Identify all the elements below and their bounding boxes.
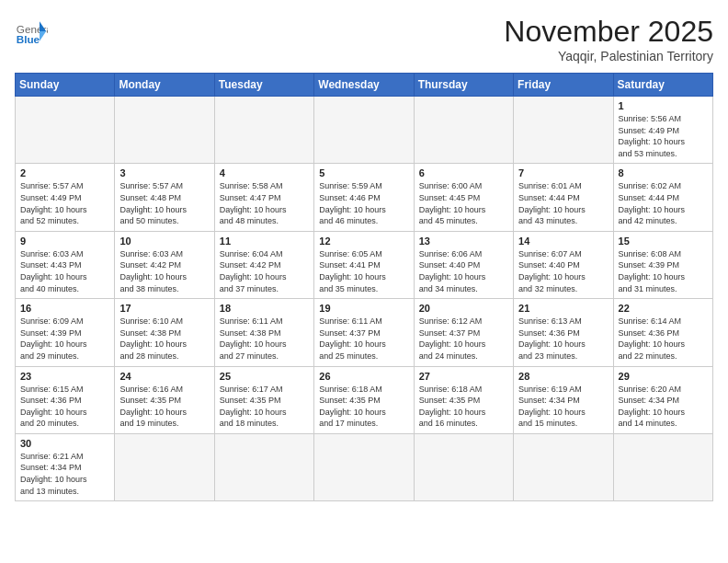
title-area: November 2025 Yaqqir, Palestinian Territ…: [504, 15, 713, 63]
day-number: 20: [419, 303, 508, 314]
calendar-cell: 28Sunrise: 6:19 AM Sunset: 4:34 PM Dayli…: [514, 366, 613, 433]
svg-text:Blue: Blue: [17, 33, 40, 45]
calendar-row: 2Sunrise: 5:57 AM Sunset: 4:49 PM Daylig…: [16, 164, 713, 231]
weekday-header: Friday: [514, 74, 613, 97]
location-subtitle: Yaqqir, Palestinian Territory: [504, 49, 713, 63]
day-number: 23: [20, 371, 109, 382]
calendar-cell: [314, 97, 414, 164]
day-info: Sunrise: 6:11 AM Sunset: 4:38 PM Dayligh…: [220, 316, 309, 362]
day-info: Sunrise: 5:57 AM Sunset: 4:48 PM Dayligh…: [119, 180, 209, 226]
calendar-cell: 27Sunrise: 6:18 AM Sunset: 4:35 PM Dayli…: [414, 366, 513, 433]
calendar-cell: 22Sunrise: 6:14 AM Sunset: 4:36 PM Dayli…: [613, 299, 712, 366]
day-info: Sunrise: 5:58 AM Sunset: 4:47 PM Dayligh…: [220, 180, 309, 226]
calendar-cell: 21Sunrise: 6:13 AM Sunset: 4:36 PM Dayli…: [514, 299, 613, 366]
day-number: 14: [518, 236, 608, 247]
day-info: Sunrise: 6:06 AM Sunset: 4:40 PM Dayligh…: [419, 248, 508, 294]
calendar-cell: [115, 433, 214, 500]
day-info: Sunrise: 6:17 AM Sunset: 4:35 PM Dayligh…: [220, 384, 309, 430]
day-info: Sunrise: 6:18 AM Sunset: 4:35 PM Dayligh…: [419, 384, 508, 430]
calendar-row: 30Sunrise: 6:21 AM Sunset: 4:34 PM Dayli…: [16, 433, 713, 500]
svg-marker-3: [40, 31, 46, 41]
day-number: 18: [220, 303, 309, 314]
calendar-row: 1Sunrise: 5:56 AM Sunset: 4:49 PM Daylig…: [16, 97, 713, 164]
calendar-cell: 13Sunrise: 6:06 AM Sunset: 4:40 PM Dayli…: [414, 231, 513, 298]
day-info: Sunrise: 6:04 AM Sunset: 4:42 PM Dayligh…: [220, 248, 309, 294]
day-number: 26: [319, 371, 408, 382]
calendar-cell: 4Sunrise: 5:58 AM Sunset: 4:47 PM Daylig…: [214, 164, 313, 231]
day-number: 11: [220, 236, 309, 247]
calendar-cell: 20Sunrise: 6:12 AM Sunset: 4:37 PM Dayli…: [414, 299, 513, 366]
calendar-cell: [414, 97, 513, 164]
day-info: Sunrise: 5:59 AM Sunset: 4:46 PM Dayligh…: [319, 180, 408, 226]
day-info: Sunrise: 6:03 AM Sunset: 4:43 PM Dayligh…: [20, 248, 109, 294]
calendar-cell: 2Sunrise: 5:57 AM Sunset: 4:49 PM Daylig…: [16, 164, 115, 231]
day-number: 2: [20, 167, 109, 178]
calendar-cell: 8Sunrise: 6:02 AM Sunset: 4:44 PM Daylig…: [613, 164, 712, 231]
weekday-header: Sunday: [16, 74, 115, 97]
day-info: Sunrise: 5:56 AM Sunset: 4:49 PM Dayligh…: [619, 113, 708, 159]
day-info: Sunrise: 6:11 AM Sunset: 4:37 PM Dayligh…: [319, 316, 408, 362]
calendar-cell: 25Sunrise: 6:17 AM Sunset: 4:35 PM Dayli…: [214, 366, 313, 433]
day-info: Sunrise: 6:03 AM Sunset: 4:42 PM Dayligh…: [119, 248, 209, 294]
calendar-cell: [414, 433, 513, 500]
calendar-cell: [613, 433, 712, 500]
calendar-cell: 3Sunrise: 5:57 AM Sunset: 4:48 PM Daylig…: [115, 164, 214, 231]
day-number: 16: [20, 303, 109, 314]
logo-icon: General Blue: [15, 15, 48, 48]
day-info: Sunrise: 6:21 AM Sunset: 4:34 PM Dayligh…: [20, 451, 109, 497]
weekday-header: Monday: [115, 74, 214, 97]
day-info: Sunrise: 6:19 AM Sunset: 4:34 PM Dayligh…: [518, 384, 608, 430]
month-title: November 2025: [504, 15, 713, 49]
day-info: Sunrise: 6:02 AM Sunset: 4:44 PM Dayligh…: [619, 180, 708, 226]
calendar-cell: [16, 97, 115, 164]
day-number: 17: [119, 303, 209, 314]
calendar-row: 23Sunrise: 6:15 AM Sunset: 4:36 PM Dayli…: [16, 366, 713, 433]
day-number: 1: [619, 100, 708, 111]
day-number: 28: [518, 371, 608, 382]
day-number: 27: [419, 371, 508, 382]
weekday-header: Tuesday: [214, 74, 313, 97]
day-number: 19: [319, 303, 408, 314]
day-number: 15: [619, 236, 708, 247]
day-number: 13: [419, 236, 508, 247]
day-info: Sunrise: 6:08 AM Sunset: 4:39 PM Dayligh…: [619, 248, 708, 294]
calendar-cell: 10Sunrise: 6:03 AM Sunset: 4:42 PM Dayli…: [115, 231, 214, 298]
day-info: Sunrise: 5:57 AM Sunset: 4:49 PM Dayligh…: [20, 180, 109, 226]
calendar-row: 9Sunrise: 6:03 AM Sunset: 4:43 PM Daylig…: [16, 231, 713, 298]
day-info: Sunrise: 6:01 AM Sunset: 4:44 PM Dayligh…: [518, 180, 608, 226]
calendar-cell: 16Sunrise: 6:09 AM Sunset: 4:39 PM Dayli…: [16, 299, 115, 366]
day-info: Sunrise: 6:10 AM Sunset: 4:38 PM Dayligh…: [119, 316, 209, 362]
day-number: 24: [119, 371, 209, 382]
calendar-cell: 11Sunrise: 6:04 AM Sunset: 4:42 PM Dayli…: [214, 231, 313, 298]
calendar-cell: 5Sunrise: 5:59 AM Sunset: 4:46 PM Daylig…: [314, 164, 414, 231]
day-number: 9: [20, 236, 109, 247]
day-info: Sunrise: 6:20 AM Sunset: 4:34 PM Dayligh…: [619, 384, 708, 430]
calendar-cell: 1Sunrise: 5:56 AM Sunset: 4:49 PM Daylig…: [613, 97, 712, 164]
weekday-header: Wednesday: [314, 74, 414, 97]
page-header: General Blue November 2025 Yaqqir, Pales…: [15, 15, 713, 63]
day-info: Sunrise: 6:15 AM Sunset: 4:36 PM Dayligh…: [20, 384, 109, 430]
calendar-cell: 24Sunrise: 6:16 AM Sunset: 4:35 PM Dayli…: [115, 366, 214, 433]
day-number: 22: [619, 303, 708, 314]
day-number: 30: [20, 438, 109, 449]
day-info: Sunrise: 6:07 AM Sunset: 4:40 PM Dayligh…: [518, 248, 608, 294]
calendar-cell: [214, 97, 313, 164]
day-info: Sunrise: 6:09 AM Sunset: 4:39 PM Dayligh…: [20, 316, 109, 362]
day-info: Sunrise: 6:05 AM Sunset: 4:41 PM Dayligh…: [319, 248, 408, 294]
calendar-cell: 29Sunrise: 6:20 AM Sunset: 4:34 PM Dayli…: [613, 366, 712, 433]
day-number: 4: [220, 167, 309, 178]
calendar-cell: 23Sunrise: 6:15 AM Sunset: 4:36 PM Dayli…: [16, 366, 115, 433]
day-number: 3: [119, 167, 209, 178]
calendar-cell: [214, 433, 313, 500]
logo: General Blue: [15, 15, 48, 48]
calendar-cell: 15Sunrise: 6:08 AM Sunset: 4:39 PM Dayli…: [613, 231, 712, 298]
day-info: Sunrise: 6:12 AM Sunset: 4:37 PM Dayligh…: [419, 316, 508, 362]
calendar-cell: 26Sunrise: 6:18 AM Sunset: 4:35 PM Dayli…: [314, 366, 414, 433]
day-number: 6: [419, 167, 508, 178]
day-number: 10: [119, 236, 209, 247]
day-number: 7: [518, 167, 608, 178]
calendar-cell: [514, 97, 613, 164]
calendar-cell: 19Sunrise: 6:11 AM Sunset: 4:37 PM Dayli…: [314, 299, 414, 366]
day-number: 29: [619, 371, 708, 382]
calendar-cell: 7Sunrise: 6:01 AM Sunset: 4:44 PM Daylig…: [514, 164, 613, 231]
